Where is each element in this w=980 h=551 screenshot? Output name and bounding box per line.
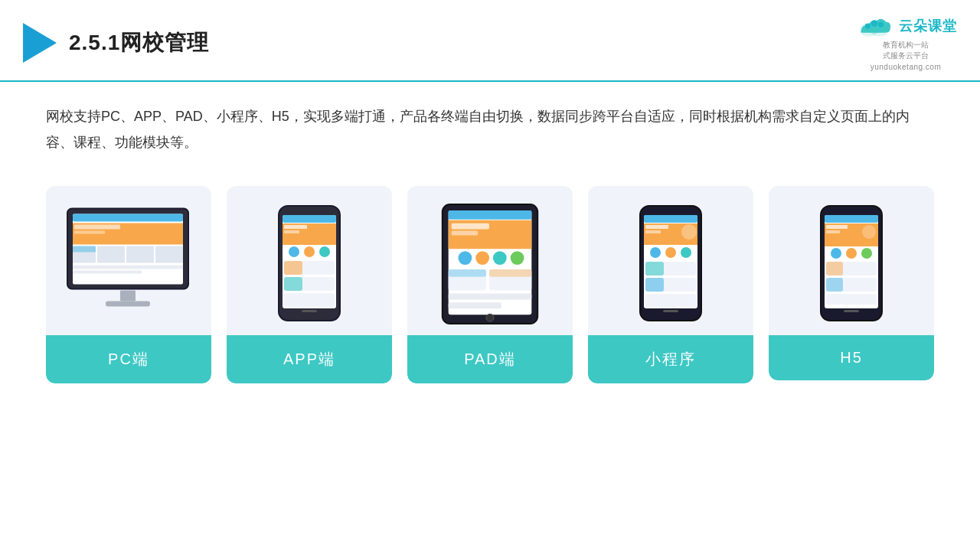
card-h5: H5 <box>769 186 934 380</box>
svg-point-80 <box>846 248 857 259</box>
svg-rect-60 <box>645 230 661 233</box>
card-app: APP端 <box>227 186 392 383</box>
svg-rect-86 <box>826 294 877 305</box>
svg-rect-50 <box>489 269 531 277</box>
svg-point-45 <box>493 251 507 265</box>
logo-triangle-icon <box>23 23 57 63</box>
svg-rect-20 <box>106 301 150 306</box>
svg-point-62 <box>650 247 661 258</box>
app-label: APP端 <box>227 335 392 383</box>
brand-logo: 云朵课堂 教育机构一站 式服务云平台 yunduoketang.com <box>854 14 957 71</box>
description-text: 网校支持PC、APP、PAD、小程序、H5，实现多端打通，产品各终端自由切换，数… <box>0 82 980 163</box>
svg-point-61 <box>681 224 697 240</box>
svg-rect-11 <box>74 230 105 233</box>
pad-label: PAD端 <box>407 335 573 383</box>
svg-rect-48 <box>449 269 486 277</box>
svg-rect-34 <box>284 277 302 291</box>
cloud-logo: 云朵课堂 <box>854 14 957 38</box>
svg-rect-57 <box>644 215 697 223</box>
svg-rect-77 <box>826 230 840 233</box>
cloud-icon <box>854 14 894 38</box>
svg-rect-52 <box>449 302 501 308</box>
svg-rect-19 <box>120 290 136 301</box>
phone-h5-icon <box>819 204 884 323</box>
pc-label: PC端 <box>46 335 211 383</box>
svg-point-4 <box>871 20 878 27</box>
svg-rect-51 <box>449 293 532 299</box>
tablet-pad-icon <box>440 203 540 325</box>
svg-rect-35 <box>284 293 335 307</box>
svg-rect-87 <box>844 310 859 312</box>
brand-url: yunduoketang.com <box>871 63 942 71</box>
svg-rect-14 <box>97 246 125 262</box>
svg-point-29 <box>304 246 315 257</box>
pad-image-area <box>407 186 573 335</box>
svg-point-28 <box>289 246 299 257</box>
svg-rect-39 <box>449 210 532 220</box>
miniprogram-image-area <box>588 186 753 335</box>
brand-name: 云朵课堂 <box>899 17 957 35</box>
svg-point-81 <box>861 248 872 259</box>
svg-rect-83 <box>826 262 843 276</box>
svg-rect-36 <box>302 310 317 312</box>
phone-app-icon <box>277 204 342 323</box>
miniprogram-label: 小程序 <box>588 335 753 383</box>
svg-point-78 <box>862 225 876 239</box>
svg-point-3 <box>865 24 871 29</box>
slogan: 教育机构一站 式服务云平台 <box>883 40 929 61</box>
card-miniprogram: 小程序 <box>588 186 753 383</box>
card-pc: PC端 <box>46 186 211 383</box>
svg-point-5 <box>878 22 884 28</box>
device-cards-container: PC端 <box>0 163 980 399</box>
app-image-area <box>227 186 392 335</box>
svg-rect-17 <box>73 265 183 269</box>
header-left: 2.5.1网校管理 <box>23 23 209 63</box>
svg-point-64 <box>681 247 691 258</box>
phone-mini-icon <box>639 204 704 323</box>
svg-rect-59 <box>645 225 668 229</box>
svg-rect-69 <box>645 294 696 308</box>
svg-rect-15 <box>126 246 154 262</box>
svg-rect-24 <box>283 215 336 223</box>
pc-monitor-icon <box>64 203 194 325</box>
svg-point-46 <box>511 251 524 265</box>
svg-point-53 <box>486 314 494 321</box>
card-pad: PAD端 <box>407 186 573 383</box>
svg-rect-16 <box>155 246 183 262</box>
svg-point-44 <box>475 251 489 265</box>
svg-rect-10 <box>74 224 120 229</box>
pc-image-area <box>46 186 211 335</box>
svg-rect-42 <box>452 230 479 235</box>
svg-rect-32 <box>284 261 302 275</box>
svg-rect-13 <box>73 246 96 252</box>
svg-point-63 <box>665 247 676 258</box>
svg-rect-27 <box>284 230 299 233</box>
svg-rect-74 <box>825 215 878 223</box>
svg-rect-68 <box>645 278 664 292</box>
svg-point-43 <box>459 251 472 265</box>
svg-rect-70 <box>663 310 678 312</box>
svg-rect-18 <box>73 270 142 273</box>
h5-image-area <box>769 186 934 335</box>
page-header: 2.5.1网校管理 云朵课堂 教育机构一站 式服务云平台 yunduoketan… <box>0 0 980 82</box>
svg-rect-26 <box>284 225 307 229</box>
svg-rect-8 <box>73 214 183 221</box>
svg-point-79 <box>831 248 841 259</box>
svg-point-30 <box>319 246 330 257</box>
page-title: 2.5.1网校管理 <box>69 28 209 57</box>
svg-rect-76 <box>826 225 848 229</box>
svg-rect-41 <box>452 223 489 230</box>
description-paragraph: 网校支持PC、APP、PAD、小程序、H5，实现多端打通，产品各终端自由切换，数… <box>46 103 934 155</box>
svg-rect-85 <box>826 278 843 292</box>
svg-rect-66 <box>645 262 664 276</box>
h5-label: H5 <box>769 335 934 380</box>
